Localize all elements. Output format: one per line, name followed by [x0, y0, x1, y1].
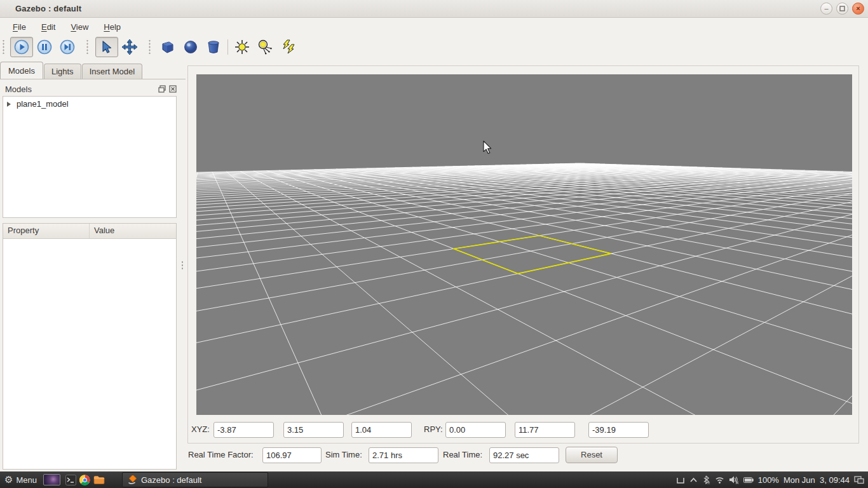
battery-icon[interactable] [743, 477, 754, 483]
minimize-button[interactable]: – [820, 3, 832, 15]
window-controls: – × [820, 3, 864, 15]
pose-pitch-field[interactable] [515, 422, 575, 438]
step-icon [60, 39, 75, 55]
battery-percentage: 100% [758, 475, 779, 485]
models-tree[interactable]: plane1_model [3, 96, 177, 218]
rpy-label: RPY: [424, 424, 443, 434]
workspace-switcher-icon[interactable] [854, 475, 864, 484]
toolbar-separator [227, 39, 228, 55]
toolbar-grip[interactable] [1, 40, 5, 54]
pose-z-field[interactable] [351, 422, 412, 438]
translate-icon [121, 39, 138, 55]
select-arrow-icon [99, 39, 114, 55]
toolbar-grip[interactable] [147, 40, 151, 54]
gazebo-icon [128, 475, 137, 485]
directional-light-icon [280, 39, 296, 55]
tree-item-plane1_model[interactable]: plane1_model [3, 97, 176, 111]
tab-insert-model[interactable]: Insert Model [82, 64, 143, 79]
point-light-button[interactable] [231, 37, 254, 57]
property-table[interactable]: Property Value [3, 223, 177, 470]
terminal-icon [65, 475, 76, 485]
models-dock-header: Models [3, 83, 178, 96]
reset-button[interactable]: Reset [566, 447, 618, 463]
toolbar-grip[interactable] [85, 40, 89, 54]
play-icon [14, 39, 29, 55]
clock[interactable]: Mon Jun 3, 09:44 [783, 475, 850, 485]
play-button[interactable] [10, 37, 33, 57]
spot-light-button[interactable] [254, 37, 276, 57]
box-button[interactable] [156, 37, 179, 57]
step-button[interactable] [56, 37, 79, 57]
sphere-button[interactable] [179, 37, 202, 57]
real-time-label: Real Time: [443, 450, 482, 459]
menu-help[interactable]: Help [97, 20, 127, 34]
tree-expander-icon[interactable] [7, 102, 11, 107]
panel-body: Models plane1_model Property Value [0, 79, 186, 471]
pause-icon [37, 39, 52, 55]
pose-roll-field[interactable] [445, 422, 506, 438]
panel-splitter[interactable] [180, 58, 186, 471]
gear-icon: ⚙ [4, 474, 13, 485]
sphere-icon [183, 39, 198, 55]
taskbar: ⚙ Menu Gazebo : default [0, 471, 868, 488]
point-light-icon [234, 39, 250, 55]
menu-label: Menu [16, 475, 37, 485]
wifi-icon[interactable] [715, 476, 724, 484]
property-column-header[interactable]: Property [3, 224, 90, 238]
desktop-pager[interactable] [43, 474, 60, 485]
select-arrow-button[interactable] [95, 37, 118, 57]
real-time-factor-field[interactable] [262, 447, 322, 463]
dock-float-icon[interactable] [158, 85, 166, 93]
models-dock-title: Models [5, 85, 32, 94]
task-button-label: Gazebo : default [141, 475, 201, 485]
real-time-factor-label: Real Time Factor: [188, 450, 254, 459]
directional-light-button[interactable] [276, 37, 299, 57]
cylinder-icon [206, 39, 221, 55]
3d-viewport[interactable] [196, 74, 852, 415]
collapse-chevron-icon[interactable] [689, 477, 698, 484]
value-column-header[interactable]: Value [90, 224, 114, 238]
menu-view[interactable]: View [64, 20, 95, 34]
property-table-header[interactable]: Property Value [3, 224, 176, 239]
pose-x-field[interactable] [214, 422, 274, 438]
menu-file[interactable]: File [6, 20, 32, 34]
splitter-grip-icon [181, 261, 184, 271]
xyz-label: XYZ: [191, 424, 210, 434]
tab-models[interactable]: Models [0, 62, 43, 79]
bluetooth-off-icon[interactable] [702, 475, 710, 484]
real-time-field[interactable] [489, 447, 559, 463]
right-panel: XYZ: RPY: Real Time Factor: Sim Time: Re… [186, 58, 868, 471]
pose-y-field[interactable] [283, 422, 344, 438]
maximize-icon [839, 6, 845, 11]
menubar: FileEditViewHelp [0, 18, 868, 36]
left-panel: ModelsLightsInsert Model Models plane1_m… [0, 58, 186, 471]
toolbar [0, 36, 868, 58]
time-bar: Real Time Factor: Sim Time: Real Time: R… [186, 445, 868, 465]
chrome-launcher[interactable] [79, 475, 90, 485]
pose-yaw-field[interactable] [588, 422, 649, 438]
window-minimized-icon[interactable] [676, 476, 685, 484]
sim-time-field[interactable] [369, 447, 438, 463]
maximize-button[interactable] [836, 3, 848, 15]
titlebar[interactable]: Gazebo : default – × [0, 0, 868, 18]
dock-close-icon[interactable] [169, 85, 177, 93]
file-manager-launcher[interactable] [93, 475, 105, 485]
window-title: Gazebo : default [0, 4, 81, 13]
tab-lights[interactable]: Lights [44, 64, 81, 79]
menu-edit[interactable]: Edit [35, 20, 62, 34]
tree-item-label: plane1_model [17, 99, 69, 109]
pause-button[interactable] [33, 37, 56, 57]
tabbar: ModelsLightsInsert Model [0, 60, 143, 79]
terminal-launcher[interactable] [65, 475, 76, 485]
box-icon [160, 39, 175, 55]
gazebo-window: Gazebo : default – × FileEditViewHelp [0, 0, 868, 471]
render-frame: XYZ: RPY: [187, 65, 859, 444]
gazebo-task-button[interactable]: Gazebo : default [122, 472, 268, 487]
mouse-cursor [483, 140, 493, 154]
cylinder-button[interactable] [202, 37, 225, 57]
close-button[interactable]: × [852, 3, 864, 15]
applications-menu-button[interactable]: ⚙ Menu [0, 474, 42, 485]
spot-light-icon [257, 39, 273, 55]
volume-muted-icon[interactable] [729, 475, 739, 484]
translate-button[interactable] [118, 37, 141, 57]
